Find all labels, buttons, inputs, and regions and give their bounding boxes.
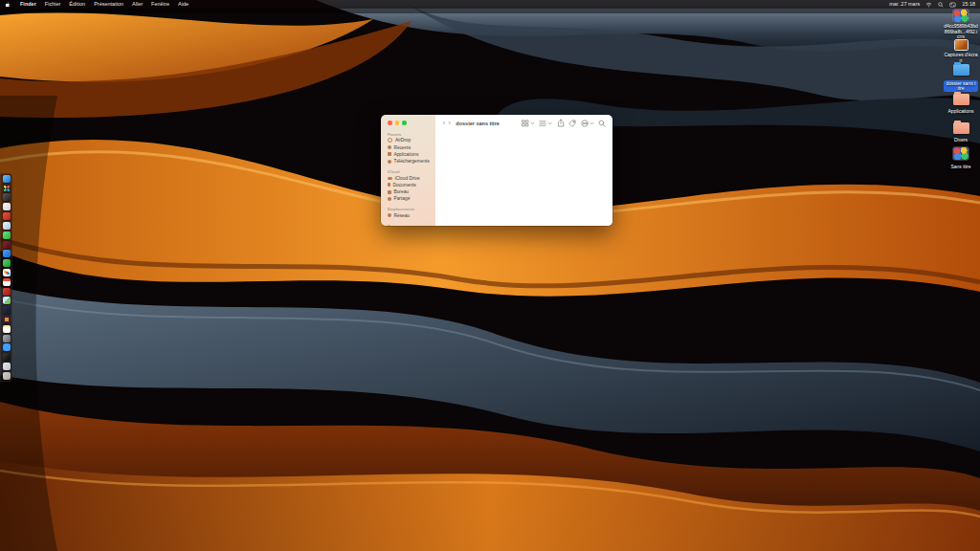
ellipsis-circle-icon [581, 120, 589, 127]
clock-icon [388, 145, 391, 149]
tags-button[interactable] [568, 120, 576, 127]
screenshot-thumbnail-icon [955, 40, 968, 50]
desktop-divers-label[interactable]: Divers [943, 138, 979, 143]
sidebar-item-label: Applications [394, 152, 419, 157]
sidebar-item-airdrop[interactable]: AirDrop [381, 137, 435, 144]
dock-icon-screenshot-app[interactable] [3, 193, 11, 201]
menu-fenetre[interactable]: Fenêtre [151, 0, 169, 9]
menu-edition[interactable]: Édition [69, 0, 85, 9]
menu-finder[interactable]: Finder [20, 0, 36, 9]
grid-view-icon [522, 120, 529, 127]
menu-aller[interactable]: Aller [132, 0, 143, 9]
desktop-image-file-label[interactable]: Sans titre [943, 165, 979, 170]
sidebar-item-icloud-drive[interactable]: iCloud Drive [381, 175, 435, 182]
dock-icon-terminal[interactable] [3, 363, 11, 370]
sidebar-item-label: AirDrop [395, 138, 411, 143]
desktop-image-file[interactable] [943, 147, 979, 160]
tag-icon [568, 120, 576, 127]
sidebar-section-tags: Tags [388, 224, 435, 226]
dock-icon-mail-red[interactable] [3, 212, 11, 220]
dock-icon-settings[interactable] [3, 335, 11, 342]
sidebar-item-label: Téléchargements [394, 159, 430, 164]
dock-icon-preview[interactable] [3, 203, 11, 210]
window-controls [381, 115, 435, 127]
applications-grid-icon [388, 152, 391, 156]
document-icon [388, 183, 390, 187]
forward-button[interactable]: › [447, 120, 453, 127]
desktop-screenshots[interactable] [943, 40, 979, 50]
sidebar-item-reseau[interactable]: Réseau [381, 212, 435, 219]
share-button[interactable] [557, 119, 565, 127]
status-date[interactable]: mar. 27 mars [889, 0, 920, 9]
menu-bar: Finder Fichier Édition Présentation Alle… [0, 0, 980, 9]
menu-fichier[interactable]: Fichier [45, 0, 61, 9]
airdrop-icon [388, 138, 392, 143]
dock-icon-tv-red[interactable] [3, 288, 11, 296]
desktop-applications-folder[interactable] [943, 94, 979, 105]
pink-folder-icon [953, 94, 969, 105]
desktop-untitled-folder-label[interactable]: dossier sans titre [943, 80, 979, 92]
sidebar-item-partage[interactable]: Partagé [381, 195, 435, 202]
sidebar-item-telechargements[interactable]: Téléchargements [381, 158, 435, 165]
dock-icon-launchpad[interactable] [3, 185, 11, 192]
sidebar-item-bureau[interactable]: Bureau [381, 188, 435, 195]
share-icon [557, 119, 565, 127]
wifi-icon[interactable] [925, 2, 932, 8]
menu-bar-left: Finder Fichier Édition Présentation Alle… [5, 0, 189, 9]
wallpaper [0, 0, 980, 551]
dock [0, 173, 12, 382]
sidebar-section-icloud: iCloud [388, 169, 435, 174]
desktop-screenshots-label[interactable]: Captures d'écran [943, 53, 979, 63]
search-button[interactable] [598, 120, 606, 127]
desktop-divers-folder[interactable] [943, 122, 979, 134]
dock-icon-notes[interactable] [3, 325, 11, 333]
sidebar-item-label: Récents [394, 145, 412, 150]
dock-icon-music[interactable] [3, 241, 11, 249]
apple-logo-icon[interactable] [5, 1, 11, 9]
group-by-button[interactable] [539, 120, 552, 127]
icns-file-thumbnail-icon [953, 10, 969, 22]
dock-icon-facetime[interactable] [3, 231, 11, 239]
dock-icon-tv[interactable] [3, 353, 11, 361]
sidebar-item-documents[interactable]: Documents [381, 182, 435, 188]
sidebar-item-label: Bureau [394, 189, 409, 194]
dock-icon-firefox[interactable] [3, 316, 11, 323]
file-list-area[interactable] [435, 131, 612, 226]
toolbar-tools [522, 119, 607, 127]
menu-aide[interactable]: Aide [178, 0, 189, 9]
dock-icon-safari[interactable] [3, 343, 11, 351]
dock-icon-calendar[interactable] [3, 278, 11, 286]
view-options-button[interactable] [522, 120, 535, 127]
dock-icon-dark-blue-app[interactable] [3, 306, 11, 314]
dock-icon-trash[interactable] [3, 372, 11, 380]
more-actions-button[interactable] [581, 120, 594, 127]
spotlight-icon[interactable] [938, 2, 944, 8]
control-center-icon[interactable] [949, 2, 956, 8]
close-button[interactable] [388, 121, 392, 125]
zoom-button[interactable] [402, 121, 407, 125]
desktop-icon [388, 190, 391, 194]
dock-icon-photos[interactable] [3, 269, 11, 276]
chevron-down-icon [547, 121, 552, 125]
sidebar-section-favoris: Favoris [388, 132, 435, 137]
status-clock[interactable]: 15:18 [962, 0, 975, 9]
desktop-untitled-folder[interactable] [943, 64, 979, 76]
cloud-icon [388, 177, 392, 180]
desktop-file-icns-label[interactable]: d4cc9589b43bd 866bafb...4f92.icns [943, 24, 979, 40]
desktop-applications-label[interactable]: Applications [943, 109, 979, 115]
menu-presentation[interactable]: Présentation [94, 0, 123, 9]
desktop-file-icns[interactable] [943, 10, 979, 22]
network-globe-icon [388, 213, 391, 217]
sidebar-item-recents[interactable]: Récents [381, 144, 435, 151]
search-icon [598, 120, 606, 127]
sidebar-item-label: Partagé [394, 196, 411, 201]
dock-icon-podcasts[interactable] [3, 259, 11, 267]
dock-icon-finder[interactable] [3, 175, 11, 183]
dock-icon-maps[interactable] [3, 297, 11, 304]
chevron-down-icon [530, 121, 535, 125]
desktop-icons: d4cc9589b43bd 866bafb...4f92.icns Captur… [943, 8, 979, 189]
sidebar-item-applications[interactable]: Applications [381, 151, 435, 158]
minimize-button[interactable] [395, 121, 400, 125]
dock-icon-app-store[interactable] [3, 250, 11, 257]
dock-icon-messages[interactable] [3, 222, 11, 230]
